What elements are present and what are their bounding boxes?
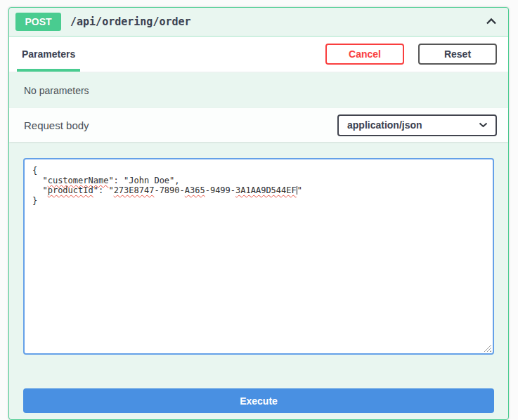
execute-wrapper: Execute (9, 355, 508, 419)
reset-button[interactable]: Reset (418, 44, 497, 65)
chevron-up-icon (486, 15, 497, 28)
request-body-editor-wrapper: { "customerName": "John Doe", "productId… (9, 142, 508, 355)
request-body-json: { "customerName": "John Doe", "productId… (32, 166, 485, 206)
request-body-label: Request body (24, 119, 89, 131)
tab-bar: Parameters Cancel Reset (9, 37, 508, 72)
endpoint-path: /api/ordering/order (70, 15, 191, 28)
cancel-button[interactable]: Cancel (325, 44, 404, 65)
collapse-button[interactable] (484, 13, 498, 31)
content-type-value: application/json (347, 119, 422, 131)
tab-parameters[interactable]: Parameters (17, 37, 80, 72)
content-type-select[interactable]: application/json (337, 114, 497, 136)
tab-actions: Cancel Reset (325, 44, 497, 65)
execute-button[interactable]: Execute (23, 388, 494, 413)
request-body-editor[interactable]: { "customerName": "John Doe", "productId… (23, 158, 494, 355)
method-badge: POST (15, 13, 61, 31)
request-body-header: Request body application/json (9, 108, 508, 142)
resize-handle-icon[interactable] (484, 344, 491, 352)
chevron-down-icon (479, 122, 488, 128)
operation-block-post: POST /api/ordering/order Parameters Canc… (8, 7, 509, 420)
operation-summary[interactable]: POST /api/ordering/order (9, 8, 508, 37)
no-parameters-message: No parameters (9, 72, 508, 108)
